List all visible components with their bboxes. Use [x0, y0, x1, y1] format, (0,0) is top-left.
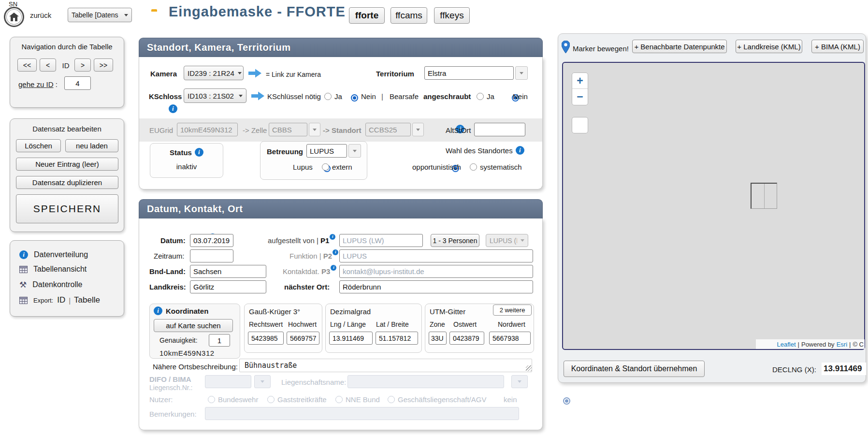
chevron-down-icon [416, 129, 420, 131]
landkreis-label: Landkreis: [149, 283, 186, 291]
resize-handle-icon[interactable] [526, 365, 532, 371]
datum-input[interactable] [190, 234, 233, 247]
betreuung-extern-radio[interactable] [322, 163, 329, 171]
kschluessel-nein-radio[interactable] [351, 94, 358, 102]
bearsafe-bold-label: angeschraubt [423, 92, 471, 101]
koordinaten-uebernehmen-button[interactable]: Koordinaten & Standort übernehmen [564, 361, 705, 377]
menu-item-datenverteilung[interactable]: Datenverteilung [19, 250, 88, 259]
nutzer-nne-bund-radio [335, 396, 343, 403]
kamera-select-value: ID239 : 21R24 [188, 69, 234, 77]
chevron-down-icon [124, 14, 128, 16]
p1-select[interactable]: LUPUS (LW [486, 234, 528, 247]
p3-input[interactable] [339, 265, 533, 278]
bearsafe-ja-radio[interactable] [477, 93, 484, 100]
karte-suchen-button[interactable]: auf Karte suchen [154, 319, 233, 332]
territorium-label: Territorium [376, 70, 414, 78]
back-link[interactable]: zurück [30, 11, 51, 19]
nav-first-button[interactable]: << [17, 58, 37, 72]
kschluessel-label: KSchlüssel nötig [267, 92, 321, 101]
duplicate-button[interactable]: Datensatz duplizieren [16, 176, 118, 189]
reload-button[interactable]: neu laden [65, 139, 118, 152]
genauigkeit-input[interactable] [209, 334, 230, 347]
bima-kml-button[interactable]: + BIMA (KML) [811, 40, 864, 53]
zoom-in-button[interactable]: + [572, 73, 588, 89]
kschluessel-ja-radio[interactable] [324, 93, 332, 100]
utm-zone-input[interactable] [429, 332, 447, 345]
territorium-dropdown-button[interactable] [515, 66, 528, 80]
map-layers-button[interactable] [572, 117, 588, 133]
landkreise-kml-button[interactable]: + Landkreise (KML) [736, 40, 802, 53]
zoom-out-button[interactable]: − [572, 89, 588, 105]
gk-hochwert-input[interactable] [287, 332, 319, 345]
nutzer-gaststreitkraefte-radio [267, 396, 275, 403]
info-icon [19, 250, 28, 259]
utm-col2-label: Ostwert [453, 320, 477, 328]
landkreis-input[interactable] [190, 280, 266, 293]
chevron-down-icon [238, 72, 242, 74]
utm-nordwert-input[interactable] [489, 332, 531, 345]
map-canvas[interactable] [562, 62, 865, 350]
menu-item-export: Export: ID | Tabelle [19, 295, 100, 305]
liegenname-dropdown-button [511, 375, 528, 388]
p3-info-icon[interactable] [331, 265, 336, 271]
bearsafe-label: Bearsafe [390, 92, 419, 101]
kschloss-info-icon[interactable] [169, 104, 177, 113]
utm-more-button[interactable]: 2 weitere [493, 305, 532, 316]
new-entry-button[interactable]: Neuer Eintrag (leer) [16, 158, 118, 171]
betreuung-input[interactable] [306, 144, 347, 158]
nav-prev-button[interactable]: < [40, 58, 56, 72]
ort-input[interactable] [339, 280, 533, 293]
bndland-input[interactable] [190, 265, 266, 278]
p2-input[interactable] [339, 249, 533, 262]
nav-last-button[interactable]: >> [94, 58, 113, 72]
liegenname-label: Liegenschaftsname: [281, 378, 346, 386]
delete-button[interactable]: Löschen [16, 139, 61, 152]
koordinaten-info-icon[interactable] [154, 306, 162, 315]
dez-lng-input[interactable] [329, 332, 373, 345]
p2-info-icon[interactable] [333, 249, 338, 255]
goto-id-input[interactable] [64, 76, 91, 90]
wahl-systematisch-label: systematisch [480, 163, 522, 171]
betreuung-label: Betreuung [267, 147, 303, 156]
territorium-input[interactable] [424, 66, 514, 80]
nutzer-label: Nutzer: [149, 395, 173, 404]
altstort-input[interactable] [474, 123, 525, 136]
grid-ref-text: 10kmE459N312 [159, 349, 215, 357]
wahl-systematisch-radio[interactable] [470, 163, 477, 171]
table-icon [19, 266, 28, 273]
benachbarte-datenpunkte-button[interactable]: + Benachbarte Datenpunkte [632, 40, 727, 53]
personen-button[interactable]: 1 - 3 Personen [431, 234, 479, 247]
utm-ostwert-input[interactable] [449, 332, 484, 345]
betreuung-dropdown-button[interactable] [348, 144, 361, 158]
nutzer-gaststreitkraefte-label: Gaststreitkräfte [277, 395, 327, 404]
table-select[interactable]: Tabelle [Datens [68, 8, 132, 22]
menu-item-datenkontrolle[interactable]: ⚒ Datenkontrolle [19, 280, 82, 289]
export-id-link[interactable]: ID [57, 295, 65, 305]
table-select-value: Tabelle [Datens [72, 11, 118, 19]
status-info-icon[interactable] [195, 148, 203, 157]
leaflet-link[interactable]: Leaflet [777, 341, 796, 348]
app-tab-ffkeys[interactable]: ffkeys [434, 7, 470, 24]
altstort-label: AltStOrt [446, 126, 471, 134]
app-tab-ffcams[interactable]: ffcams [391, 7, 427, 24]
app-tab-fforte[interactable]: fforte [349, 7, 385, 24]
nav-next-button[interactable]: > [74, 58, 91, 72]
esri-link[interactable]: Esri [837, 341, 847, 348]
p1-input[interactable] [339, 234, 423, 247]
menu-item-tabellenansicht[interactable]: Tabellenansicht [19, 265, 87, 274]
ortsbeschreibung-textarea[interactable]: Bühnaustraße [239, 359, 532, 372]
home-button[interactable] [4, 7, 24, 27]
p1-info-icon[interactable] [330, 234, 335, 240]
kamera-select[interactable]: ID239 : 21R24 [184, 66, 244, 80]
attr-separator: | [798, 341, 799, 348]
chevron-down-icon [313, 129, 317, 131]
kschloss-label: KSchloss [149, 92, 182, 101]
gk-rechtswert-input[interactable] [248, 332, 284, 345]
wahl-info-icon[interactable] [516, 146, 524, 155]
zeitraum-input[interactable] [190, 249, 233, 262]
nutzer-bundeswehr-label: Bundeswehr [218, 395, 258, 404]
save-button[interactable]: SPEICHERN [16, 194, 118, 223]
dez-lat-input[interactable] [376, 332, 418, 345]
export-table-link[interactable]: Tabelle [74, 295, 100, 305]
kschloss-select[interactable]: ID103 : 21S02 [184, 88, 246, 103]
